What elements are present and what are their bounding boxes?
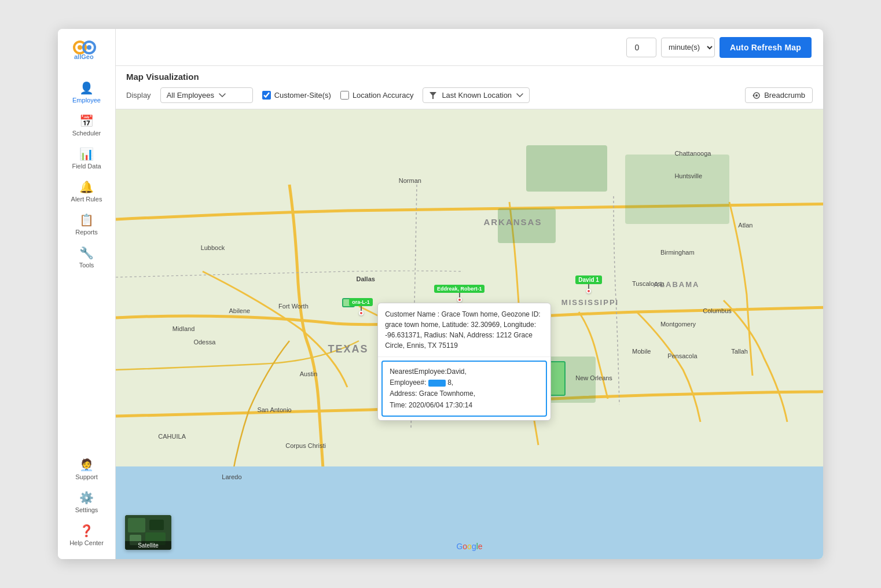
filter-dropdown[interactable]: Last Known Location — [423, 87, 530, 103]
content-area: Map Visualization Display All Employees … — [116, 66, 823, 559]
chevron-down-icon — [516, 93, 523, 98]
gulf-of-mexico — [116, 466, 823, 559]
pin-eddreak-robert[interactable]: Eddreak, Robert-1 — [434, 285, 485, 302]
sidebar-item-alert-rules[interactable]: 🔔 Alert Rules — [61, 175, 113, 207]
employee-dropdown-value: All Employees — [167, 91, 214, 100]
customer-sites-checkbox[interactable] — [262, 91, 271, 100]
satellite-label: Satellite — [125, 541, 171, 550]
svg-text:allGeo: allGeo — [74, 53, 94, 60]
sidebar-item-label: Employee — [72, 97, 101, 104]
employee-dropdown[interactable]: All Employees — [160, 87, 253, 103]
sidebar-item-help[interactable]: ❓ Help Center — [61, 519, 113, 551]
sidebar-bottom: 🧑‍💼 Support ⚙️ Settings ❓ Help Center — [58, 453, 115, 559]
sidebar-item-label: Tools — [79, 262, 94, 269]
display-label: Display — [126, 91, 151, 100]
sidebar-item-field-data[interactable]: 📊 Field Data — [61, 142, 113, 174]
settings-icon: ⚙️ — [79, 491, 94, 505]
info-popup-customer-info: Customer Name : Grace Town home, Geozone… — [378, 303, 550, 357]
sidebar: allGeo 👤 Employee 📅 Scheduler 📊 Field Da… — [58, 29, 116, 559]
sidebar-item-label: Field Data — [72, 163, 101, 170]
svg-point-8 — [753, 94, 755, 96]
help-icon: ❓ — [79, 524, 94, 538]
tools-icon: 🔧 — [79, 246, 94, 260]
pin-label-david: David 1 — [575, 275, 602, 284]
minutes-select[interactable]: minute(s) hour(s) — [661, 38, 715, 57]
employee-number-redacted — [428, 380, 446, 387]
scheduler-icon: 📅 — [79, 114, 94, 128]
sidebar-item-label: Help Center — [69, 539, 104, 546]
sidebar-item-reports[interactable]: 📋 Reports — [61, 208, 113, 240]
customer-sites-label: Customer-Site(s) — [274, 91, 331, 100]
map-vis-title: Map Visualization — [126, 72, 813, 82]
employee-icon: 👤 — [79, 81, 94, 95]
auto-refresh-button[interactable]: Auto Refresh Map — [720, 37, 812, 58]
sidebar-item-label: Support — [75, 473, 98, 480]
filter-dropdown-value: Last Known Location — [442, 91, 512, 100]
pin-label-eddreak: Eddreak, Robert-1 — [434, 285, 485, 293]
reports-icon: 📋 — [79, 213, 94, 227]
field-data-icon: 📊 — [79, 147, 94, 161]
satellite-thumbnail[interactable]: Satellite — [125, 515, 171, 550]
toolbar-controls: Display All Employees Customer-Site(s) L… — [126, 87, 813, 103]
svg-point-7 — [755, 94, 758, 97]
sidebar-item-settings[interactable]: ⚙️ Settings — [61, 486, 113, 518]
sidebar-item-support[interactable]: 🧑‍💼 Support — [61, 453, 113, 485]
breadcrumb-label: Breadcrumb — [764, 91, 805, 100]
logo: allGeo — [67, 35, 107, 67]
pin-david[interactable]: David 1 — [575, 275, 602, 293]
main-area: 0 minute(s) hour(s) Auto Refresh Map Map… — [116, 29, 823, 559]
svg-point-1 — [78, 45, 82, 50]
info-popup-employee-info: NearestEmployee:David, Employee#: 8, Add… — [381, 361, 547, 417]
sidebar-item-scheduler[interactable]: 📅 Scheduler — [61, 109, 113, 141]
location-accuracy-checkbox-label[interactable]: Location Accuracy — [340, 91, 414, 100]
sidebar-item-tools[interactable]: 🔧 Tools — [61, 241, 113, 273]
location-accuracy-label: Location Accuracy — [353, 91, 414, 100]
sidebar-item-label: Scheduler — [72, 130, 101, 137]
svg-point-3 — [87, 45, 91, 50]
pin-label-ora: ora-L-1 — [349, 298, 373, 306]
filter-icon — [429, 91, 437, 100]
location-accuracy-checkbox[interactable] — [340, 91, 349, 100]
pin-ora[interactable]: ora-L-1 — [349, 298, 373, 315]
breadcrumb-button[interactable]: Breadcrumb — [745, 87, 813, 103]
svg-marker-5 — [430, 92, 436, 99]
customer-sites-checkbox-label[interactable]: Customer-Site(s) — [262, 91, 331, 100]
green-region-2 — [498, 208, 556, 243]
sidebar-item-label: Settings — [75, 506, 98, 513]
sidebar-item-label: Reports — [75, 229, 98, 236]
refresh-minutes-input[interactable]: 0 — [626, 38, 656, 57]
info-popup[interactable]: Customer Name : Grace Town home, Geozone… — [377, 303, 551, 421]
sidebar-item-label: Alert Rules — [71, 196, 102, 203]
top-bar: 0 minute(s) hour(s) Auto Refresh Map — [116, 29, 823, 66]
alert-rules-icon: 🔔 — [79, 180, 94, 194]
svg-rect-11 — [149, 520, 164, 530]
green-region-4 — [625, 155, 729, 224]
svg-rect-10 — [128, 518, 145, 532]
chevron-down-icon — [219, 93, 226, 98]
green-region-1 — [526, 145, 607, 192]
sidebar-item-employee[interactable]: 👤 Employee — [61, 76, 113, 108]
breadcrumb-icon — [752, 91, 761, 100]
map-container[interactable]: ARKANSAS MISSISSIPPI ALABAMA TEXAS Norma… — [116, 109, 823, 559]
map-toolbar: Map Visualization Display All Employees … — [116, 66, 823, 109]
support-icon: 🧑‍💼 — [79, 458, 94, 472]
